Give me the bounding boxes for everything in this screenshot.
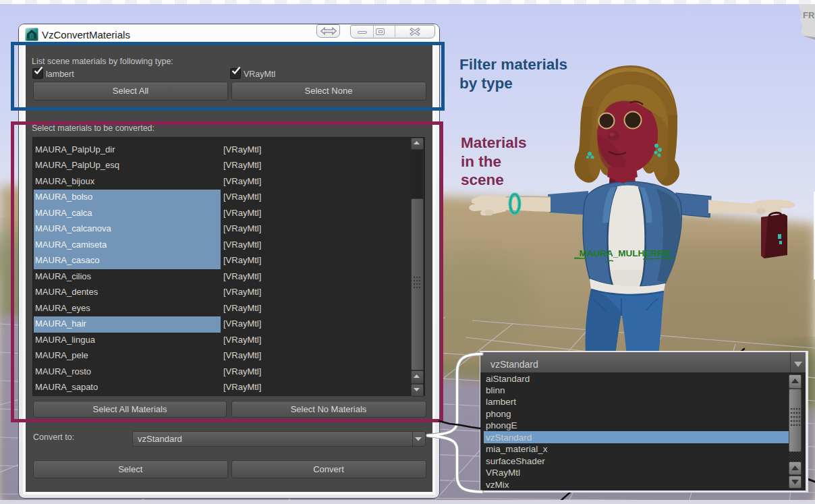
svg-text:_MAURA_MULHERRN: _MAURA_MULHERRN	[573, 248, 671, 258]
svg-text:FRO: FRO	[803, 10, 815, 20]
